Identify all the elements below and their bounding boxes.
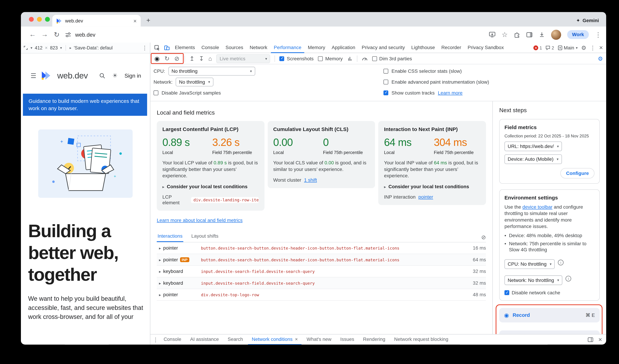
drawer-tab-ai-assistance[interactable]: AI assistance [186,334,222,344]
reload-button[interactable]: ↻ [51,30,63,39]
tab-close-icon[interactable]: × [133,18,137,24]
back-button[interactable]: ← [27,31,39,39]
record-icon[interactable]: ◉ [154,56,159,62]
expander-icon[interactable]: ▸ [157,258,163,262]
devtools-tab-application[interactable]: Application [329,42,358,53]
network-throttle-select[interactable]: No throttling ▾ [176,77,213,86]
screenshots-checkbox-row[interactable]: Screenshots [280,56,314,61]
fullscreen-window-button[interactable] [45,17,50,22]
device-toolbar-toggle-icon[interactable] [162,45,171,50]
interaction-row[interactable]: ▸ keyboard input.devsite-search-field.de… [157,266,486,277]
search-icon[interactable] [99,73,105,79]
css-selector-stats-row[interactable]: Enable CSS selector stats (slow) [383,66,603,76]
devtools-settings-icon[interactable]: ⚙ [581,44,586,51]
save-data-select[interactable]: 'Save-Data': defaul [74,45,113,50]
paint-instrumentation-row[interactable]: Enable advanced paint instrumentation (s… [383,77,603,86]
custom-tracks-learn-more-link[interactable]: Learn more [438,90,463,96]
devtools-tab-lighthouse[interactable]: Lighthouse [408,42,438,53]
env-cpu-select[interactable]: CPU: No throttling ▾ [505,259,555,269]
lcp-consider-toggle[interactable]: ▸ Consider your local test conditions [162,184,259,189]
dim-3rd-parties-checkbox-row[interactable]: Dim 3rd parties [372,56,412,61]
devtools-tab-recorder[interactable]: Recorder [439,42,464,53]
drawer-tab-rendering[interactable]: Rendering [359,334,389,344]
responsive-dimensions-icon[interactable] [23,45,28,50]
home-live-metrics-icon[interactable]: ⌂ [208,56,212,62]
browser-menu-icon[interactable]: ⋮ [595,31,601,38]
url-text[interactable]: web.dev [75,32,95,38]
expander-icon[interactable]: ▸ [157,293,163,297]
save-profile-icon[interactable]: ↧ [199,56,204,62]
context-selector[interactable]: Main ▾ [558,45,577,50]
zoom-caret-icon[interactable]: ▾ [60,46,62,50]
site-logo-text[interactable]: web.dev [57,71,88,80]
tab-layout-shifts[interactable]: Layout shifts [191,233,219,242]
new-tab-button[interactable]: + [146,16,150,25]
network-info-icon[interactable] [566,276,571,281]
memory-checkbox-row[interactable]: Memory [318,56,343,61]
cpu-info-icon[interactable] [558,260,564,266]
metrics-learn-more-link[interactable]: Learn more about local and field metrics [157,217,242,223]
devtools-tab-memory[interactable]: Memory [305,42,328,53]
theme-toggle-icon[interactable]: ☀ [112,72,118,79]
drawer-tab-search[interactable]: Search [224,334,247,344]
inp-consider-toggle[interactable]: ▸ Consider your local test conditions [384,184,480,189]
devtools-tab-console[interactable]: Console [198,42,222,53]
bookmark-star-icon[interactable]: ☆ [502,30,508,39]
drawer-close-icon[interactable]: × [598,336,602,343]
dim-3rd-parties-checkbox[interactable] [372,56,377,61]
drawer-menu-icon[interactable]: ⋮ [153,336,158,343]
inspect-element-icon[interactable] [153,45,162,50]
devtools-close-icon[interactable]: × [599,44,603,51]
field-url-select[interactable]: URL: https://web.dev/ ▾ [505,141,562,151]
viewport-height[interactable]: 823 [50,45,58,50]
drawer-tab-console[interactable]: Console [160,334,185,344]
gauge-icon[interactable] [362,56,367,61]
devtools-tab-privacy-security[interactable]: Privacy and security [359,42,408,53]
device-toolbar-link[interactable]: device toolbar [522,204,552,210]
throttle-expander-icon[interactable]: ▸ [70,46,71,50]
devtools-tab-elements[interactable]: Elements [172,42,198,53]
cls-shift-link[interactable]: 1 shift [304,177,317,183]
downloads-icon[interactable] [539,31,545,38]
disable-js-samples-row[interactable]: Disable JavaScript samples [154,88,383,97]
disable-network-cache-row[interactable]: Disable network cache [505,290,594,295]
dimensions-caret-icon[interactable]: ▾ [31,46,32,50]
devtools-tab-sources[interactable]: Sources [223,42,246,53]
profile-avatar[interactable] [551,29,561,40]
drawer-tab-close-icon[interactable]: × [295,336,298,342]
interaction-row[interactable]: ▸ pointer button.devsite-search-button.d… [157,242,486,254]
clear-log-icon[interactable]: ⊘ [481,234,486,242]
disable-network-cache-checkbox[interactable] [505,290,509,295]
paint-instrumentation-checkbox[interactable] [383,79,388,84]
drawer-tab-whats-new[interactable]: What's new [303,334,335,344]
gemini-badge[interactable]: ✦ Gemini [576,18,599,23]
interaction-row[interactable]: ▸ pointerINP button.devsite-search-butto… [157,254,486,266]
record-reload-icon[interactable]: ↻ [165,56,169,62]
forward-button[interactable]: → [39,31,51,39]
garbage-collect-icon[interactable] [347,56,352,61]
clear-icon[interactable]: ⊘ [174,56,179,62]
expander-icon[interactable]: ▸ [157,269,163,274]
env-network-select[interactable]: Network: No throttling ▾ [505,275,562,285]
message-count-badge[interactable]: 2 [546,45,554,50]
minimize-window-button[interactable] [37,17,42,22]
webdev-logo-icon[interactable] [41,71,52,80]
side-panel-icon[interactable] [526,32,533,38]
configure-button[interactable]: Configure [561,168,594,178]
screenshots-checkbox[interactable] [280,56,284,61]
error-count-badge[interactable]: × 1 [534,45,542,50]
record-button[interactable]: ◉ Record ⌘ E [499,308,600,322]
custom-tracks-row[interactable]: Show custom tracks Learn more [383,88,603,97]
devtools-tab-privacy-sandbox[interactable]: Privacy Sandbox [465,42,507,53]
devtools-tab-performance[interactable]: Performance [271,42,304,53]
inp-interaction-link[interactable]: pointer [418,194,433,200]
cpu-throttle-select[interactable]: No throttling ▾ [168,67,255,75]
drawer-tab-network-conditions[interactable]: Network conditions × [248,334,301,344]
drawer-tab-issues[interactable]: Issues [337,334,358,344]
devtools-menu-icon[interactable]: ⋮ [590,44,596,51]
interaction-row[interactable]: ▸ keyboard input.devsite-search-field.de… [157,277,486,289]
sign-in-link[interactable]: Sign in [125,73,141,79]
lcp-element-code[interactable]: div.devsite-landing-row-ite… [191,197,259,203]
memory-checkbox[interactable] [318,56,323,61]
device-toolbar-menu-icon[interactable]: ⋮ [142,45,148,51]
